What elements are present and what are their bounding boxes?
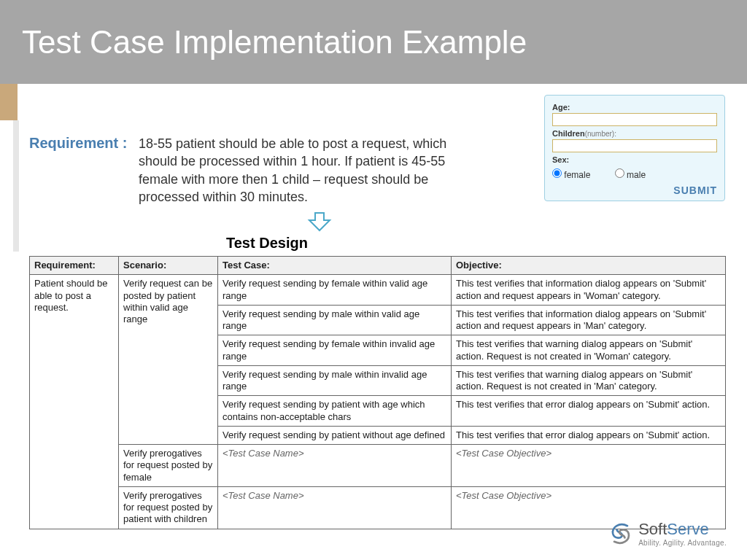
- slide-header: Test Case Implementation Example: [0, 0, 747, 84]
- cell-objective: <Test Case Objective>: [452, 445, 726, 487]
- col-header-requirement: Requirement:: [30, 257, 119, 275]
- test-design-heading: Test Design: [226, 235, 725, 252]
- cell-objective: This test verifies that warning dialog a…: [452, 335, 726, 366]
- accent-block: [0, 84, 18, 120]
- brand-logo: SoftServe Ability. Agility. Advantage.: [608, 520, 727, 547]
- sample-form: Age: Children(number): Sex: female male …: [544, 95, 725, 201]
- cell-scenario: Verify prerogatives for request posted b…: [119, 445, 218, 487]
- col-header-scenario: Scenario:: [119, 257, 218, 275]
- cell-scenario: Verify prerogatives for request posted b…: [119, 486, 218, 529]
- sex-label: Sex:: [552, 155, 717, 164]
- cell-objective: This test verifies that information dial…: [452, 305, 726, 335]
- age-label: Age:: [552, 103, 717, 112]
- age-field[interactable]: [552, 113, 717, 126]
- children-label: Children(number):: [552, 129, 717, 138]
- radio-female-label[interactable]: female: [552, 170, 590, 180]
- table-row: Patient should be able to post a request…: [30, 275, 726, 306]
- cell-testcase: <Test Case Name>: [218, 486, 452, 529]
- requirement-text: 18-55 patient should be able to post a r…: [139, 95, 467, 206]
- cell-testcase: Verify request sending by patient withou…: [218, 426, 452, 444]
- cell-objective: This test verifies that warning dialog a…: [452, 365, 726, 396]
- logo-tagline: Ability. Agility. Advantage.: [638, 539, 727, 547]
- cell-objective: This test verifies that error dialog app…: [452, 426, 726, 444]
- radio-female[interactable]: [552, 168, 562, 178]
- col-header-testcase: Test Case:: [218, 257, 452, 275]
- requirement-label: Requirement :: [29, 95, 139, 152]
- cell-scenario: Verify request can be posted by patient …: [119, 275, 218, 445]
- cell-testcase: <Test Case Name>: [218, 445, 452, 487]
- cell-testcase: Verify request sending by female within …: [218, 335, 452, 366]
- cell-requirement: Patient should be able to post a request…: [30, 275, 119, 529]
- submit-button[interactable]: SUBMIT: [552, 184, 717, 196]
- table-row: Verify prerogatives for request posted b…: [30, 445, 726, 487]
- col-header-objective: Objective:: [452, 257, 726, 275]
- page-title: Test Case Implementation Example: [22, 24, 527, 61]
- cell-objective: This test verifies that error dialog app…: [452, 396, 726, 427]
- radio-male[interactable]: [615, 168, 624, 178]
- table-header-row: Requirement: Scenario: Test Case: Object…: [30, 257, 726, 275]
- radio-male-label[interactable]: male: [615, 170, 646, 180]
- test-design-table: Requirement: Scenario: Test Case: Object…: [29, 256, 726, 529]
- cell-objective: This test verifies that information dial…: [452, 275, 726, 306]
- children-field[interactable]: [552, 139, 717, 152]
- cell-testcase: Verify request sending by patient with a…: [218, 396, 452, 427]
- logo-name: SoftServe: [638, 520, 727, 539]
- cell-testcase: Verify request sending by male within va…: [218, 305, 452, 335]
- logo-icon: [608, 521, 634, 547]
- arrow-down-icon: [306, 211, 725, 232]
- accent-line: [13, 120, 19, 252]
- cell-testcase: Verify request sending by male within in…: [218, 365, 452, 396]
- cell-testcase: Verify request sending by female within …: [218, 275, 452, 306]
